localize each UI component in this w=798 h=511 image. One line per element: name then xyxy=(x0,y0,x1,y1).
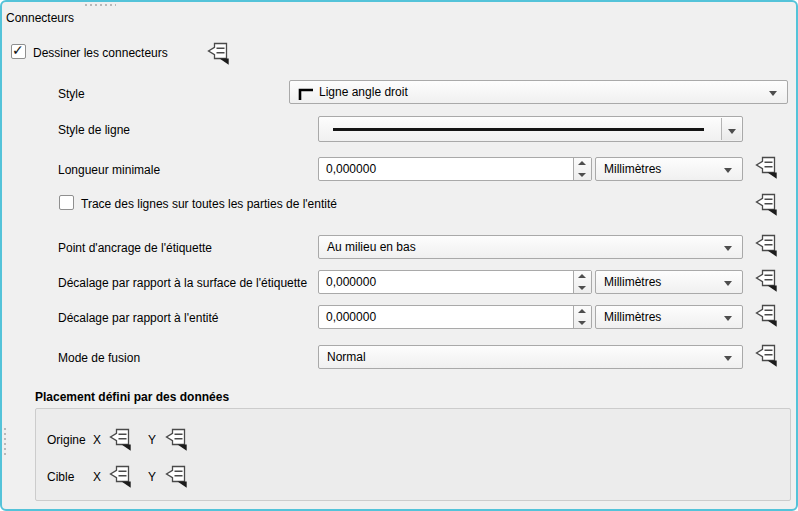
data-defined-override-icon xyxy=(754,304,778,327)
style-label: Style xyxy=(58,87,85,101)
data-defined-override-icon xyxy=(754,193,778,216)
dd-override-anchor[interactable] xyxy=(754,234,778,257)
origin-label: Origine xyxy=(47,433,86,447)
offset-area-label: Décalage par rapport à la surface de l'é… xyxy=(58,276,307,290)
min-length-unit-value: Millimètres xyxy=(604,158,661,180)
chevron-down-icon xyxy=(724,168,732,173)
data-defined-override-icon xyxy=(108,465,132,488)
offset-feature-spinbox[interactable]: 0,000000 xyxy=(318,305,592,329)
chevron-down-icon xyxy=(724,356,732,361)
data-defined-override-icon xyxy=(754,344,778,367)
chevron-down-icon xyxy=(724,316,732,321)
data-defined-override-icon xyxy=(754,234,778,257)
data-defined-override-icon xyxy=(206,42,230,65)
data-defined-groupbox xyxy=(35,408,791,501)
triangle-up-icon xyxy=(578,274,586,278)
offset-area-value: 0,000000 xyxy=(326,271,376,293)
dd-override-offset-area[interactable] xyxy=(754,269,778,292)
dd-override-offset-feature[interactable] xyxy=(754,304,778,327)
spin-up-button[interactable] xyxy=(574,158,591,169)
min-length-value: 0,000000 xyxy=(326,158,376,180)
top-grip-dots xyxy=(85,4,116,6)
min-length-spinbox[interactable]: 0,000000 xyxy=(318,157,592,181)
data-defined-group-title: Placement défini par des données xyxy=(35,390,229,404)
offset-feature-value: 0,000000 xyxy=(326,306,376,328)
line-style-label: Style de ligne xyxy=(58,123,130,137)
spin-up-button[interactable] xyxy=(574,271,591,282)
min-length-label: Longueur minimale xyxy=(58,163,160,177)
left-grip-dots xyxy=(4,427,6,455)
chevron-down-icon xyxy=(724,281,732,286)
data-defined-override-icon xyxy=(754,156,778,179)
all-parts-label: Trace des lignes sur toutes les parties … xyxy=(81,197,337,211)
target-x-label: X xyxy=(93,470,101,484)
line-style-button[interactable] xyxy=(318,116,743,142)
spin-buttons xyxy=(573,306,591,328)
origin-y-label: Y xyxy=(148,433,156,447)
spin-down-button[interactable] xyxy=(574,169,591,180)
panel-title: Connecteurs xyxy=(6,11,74,25)
dd-override-blend-mode[interactable] xyxy=(754,344,778,367)
data-defined-override-icon xyxy=(164,465,188,488)
data-defined-override-icon xyxy=(164,428,188,451)
dd-override-origin-x[interactable] xyxy=(108,428,132,451)
dd-override-origin-y[interactable] xyxy=(164,428,188,451)
dd-override-min-length[interactable] xyxy=(754,156,778,179)
spin-down-button[interactable] xyxy=(574,282,591,293)
spin-down-button[interactable] xyxy=(574,317,591,328)
line-style-dropdown-button[interactable] xyxy=(721,118,741,140)
offset-feature-unit-value: Millimètres xyxy=(604,306,661,328)
dd-override-target-y[interactable] xyxy=(164,465,188,488)
min-length-unit-combobox[interactable]: Millimètres xyxy=(595,157,743,181)
draw-connectors-label: Dessiner les connecteurs xyxy=(33,46,168,60)
offset-area-unit-combobox[interactable]: Millimètres xyxy=(595,270,743,294)
anchor-combobox[interactable]: Au milieu en bas xyxy=(318,235,743,259)
blend-mode-label: Mode de fusion xyxy=(58,351,140,365)
dd-override-all-parts[interactable] xyxy=(754,193,778,216)
data-defined-override-icon xyxy=(108,428,132,451)
origin-x-label: X xyxy=(93,433,101,447)
data-defined-override-icon xyxy=(754,269,778,292)
draw-connectors-checkbox[interactable]: ✓ xyxy=(11,44,26,59)
anchor-combobox-value: Au milieu en bas xyxy=(327,236,416,258)
target-label: Cible xyxy=(47,470,74,484)
chevron-down-icon xyxy=(728,129,736,134)
spin-up-button[interactable] xyxy=(574,306,591,317)
offset-feature-unit-combobox[interactable]: Millimètres xyxy=(595,305,743,329)
offset-area-spinbox[interactable]: 0,000000 xyxy=(318,270,592,294)
spin-buttons xyxy=(573,158,591,180)
triangle-down-icon xyxy=(578,321,586,325)
anchor-label: Point d'ancrage de l'étiquette xyxy=(58,241,212,255)
right-angle-line-icon xyxy=(297,86,315,101)
blend-mode-value: Normal xyxy=(327,346,366,368)
style-combobox[interactable]: Ligne angle droit xyxy=(289,80,788,104)
triangle-up-icon xyxy=(578,161,586,165)
callouts-panel: Connecteurs ✓ Dessiner les connecteurs S… xyxy=(0,0,798,511)
triangle-down-icon xyxy=(578,173,586,177)
chevron-down-icon xyxy=(724,246,732,251)
offset-feature-label: Décalage par rapport à l'entité xyxy=(58,311,218,325)
chevron-down-icon xyxy=(769,91,777,96)
target-y-label: Y xyxy=(148,470,156,484)
blend-mode-combobox[interactable]: Normal xyxy=(318,345,743,369)
triangle-up-icon xyxy=(578,309,586,313)
dd-override-draw-connectors[interactable] xyxy=(206,42,230,65)
style-combobox-value: Ligne angle droit xyxy=(319,81,408,103)
offset-area-unit-value: Millimètres xyxy=(604,271,661,293)
all-parts-checkbox[interactable]: ✓ xyxy=(59,195,74,210)
spin-buttons xyxy=(573,271,591,293)
dd-override-target-x[interactable] xyxy=(108,465,132,488)
checkmark-icon: ✓ xyxy=(12,42,24,58)
triangle-down-icon xyxy=(578,286,586,290)
line-symbol-preview xyxy=(333,128,704,131)
